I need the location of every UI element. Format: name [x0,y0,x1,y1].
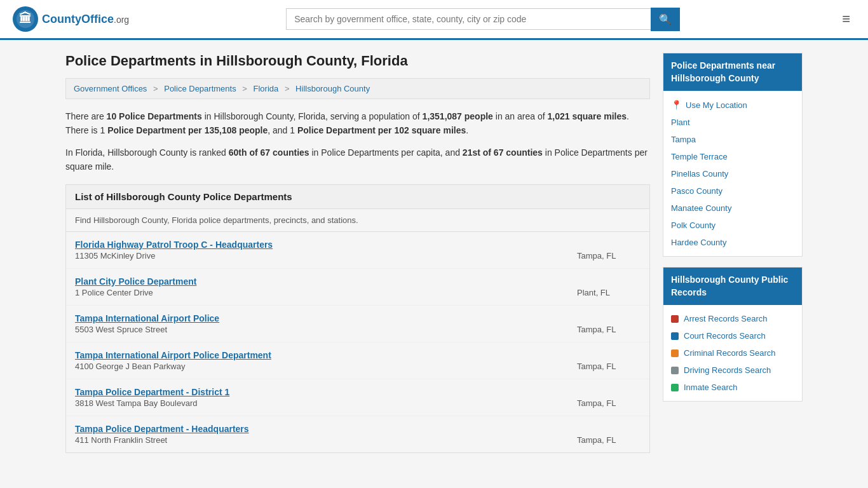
stats-paragraph-1: There are 10 Police Departments in Hills… [65,109,650,138]
records-links-body: Arrest Records SearchCourt Records Searc… [663,305,802,401]
dept-address: 1 Police Center Drive [75,288,153,297]
record-icon [671,384,679,391]
sidebar-item-nearby[interactable]: Temple Terrace [663,148,802,165]
table-row: Tampa Police Department - Headquarters 4… [66,416,649,452]
svg-text:🏛: 🏛 [19,11,32,25]
dept-city: Tampa, FL [577,251,641,261]
breadcrumb-link-county[interactable]: Hillsborough County [295,84,370,93]
department-list-section: List of Hillsborough County Police Depar… [65,184,650,453]
sidebar-item-record[interactable]: Criminal Records Search [663,344,802,362]
use-my-location-label: Use My Location [686,100,747,110]
dept-city: Tampa, FL [577,398,641,408]
breadcrumb-sep-2: > [242,84,247,93]
sidebar-item-nearby[interactable]: Tampa [663,131,802,148]
breadcrumb: Government Offices > Police Departments … [65,78,650,99]
nearby-header: Police Departments near Hillsborough Cou… [663,53,802,91]
search-icon: 🔍 [659,14,672,25]
records-header: Hillsborough County Public Records [663,268,802,305]
dept-address: 411 North Franklin Street [75,435,167,445]
stats-paragraph-2: In Florida, Hillsborough County is ranke… [65,146,650,174]
breadcrumb-link-gov[interactable]: Government Offices [74,84,147,93]
logo-icon: 🏛 [13,6,38,32]
record-link-label: Criminal Records Search [684,348,776,358]
record-icon [671,332,679,340]
record-link-label: Arrest Records Search [684,314,768,323]
nearby-links-body: 📍 Use My Location PlantTampaTemple Terra… [663,91,802,256]
dept-address: 5503 West Spruce Street [75,325,167,334]
dept-address: 11305 McKinley Drive [75,251,155,261]
nearby-city-links: PlantTampaTemple TerracePinellas CountyP… [663,114,802,251]
table-row: Tampa International Airport Police 5503 … [66,306,649,342]
breadcrumb-link-police[interactable]: Police Departments [164,84,236,93]
records-links-list: Arrest Records SearchCourt Records Searc… [663,310,802,396]
record-link-label: Inmate Search [684,383,738,392]
record-icon [671,315,679,323]
dept-city: Tampa, FL [577,435,641,445]
record-link-label: Court Records Search [684,331,766,341]
dept-name-link[interactable]: Tampa Police Department - Headquarters [75,424,641,434]
content-area: Police Departments in Hillsborough Count… [65,53,650,453]
list-section-description: Find Hillsborough County, Florida police… [66,209,649,232]
use-my-location-link[interactable]: 📍 Use My Location [663,96,802,114]
dept-address: 3818 West Tampa Bay Boulevard [75,398,197,408]
sidebar-item-record[interactable]: Inmate Search [663,379,802,396]
dept-city: Plant, FL [577,288,641,297]
main-layout: Police Departments in Hillsborough Count… [53,40,815,466]
dept-address: 4100 George J Bean Parkway [75,362,185,371]
sidebar-item-nearby[interactable]: Manatee County [663,200,802,217]
dept-name-link[interactable]: Plant City Police Department [75,276,641,287]
dept-city: Tampa, FL [577,362,641,371]
sidebar-item-nearby[interactable]: Hardee County [663,234,802,251]
menu-icon[interactable]: ≡ [837,8,855,30]
dept-name-link[interactable]: Tampa Police Department - District 1 [75,387,641,397]
breadcrumb-sep-3: > [285,84,290,93]
breadcrumb-link-florida[interactable]: Florida [254,84,279,93]
list-section-header: List of Hillsborough County Police Depar… [66,185,649,209]
records-box: Hillsborough County Public Records Arres… [663,267,803,402]
logo-text: CountyOffice.org [42,13,129,26]
dept-name-link[interactable]: Florida Highway Patrol Troop C - Headqua… [75,240,641,250]
sidebar: Police Departments near Hillsborough Cou… [663,53,803,453]
breadcrumb-sep-1: > [153,84,158,93]
location-icon: 📍 [671,100,682,110]
sidebar-item-nearby[interactable]: Pinellas County [663,165,802,182]
logo-area: 🏛 CountyOffice.org [13,6,129,32]
nearby-box: Police Departments near Hillsborough Cou… [663,53,803,257]
page-title: Police Departments in Hillsborough Count… [65,53,650,69]
sidebar-item-nearby[interactable]: Plant [663,114,802,131]
dept-city: Tampa, FL [577,325,641,334]
sidebar-item-nearby[interactable]: Polk County [663,217,802,234]
table-row: Tampa International Airport Police Depar… [66,342,649,379]
record-icon [671,367,679,374]
search-input[interactable] [286,8,651,30]
table-row: Florida Highway Patrol Troop C - Headqua… [66,232,649,269]
search-area: 🔍 [286,8,680,31]
sidebar-item-nearby[interactable]: Pasco County [663,182,802,200]
department-list: Florida Highway Patrol Troop C - Headqua… [66,232,649,452]
table-row: Tampa Police Department - District 1 381… [66,379,649,416]
header: 🏛 CountyOffice.org 🔍 ≡ [0,0,868,40]
table-row: Plant City Police Department 1 Police Ce… [66,269,649,306]
record-link-label: Driving Records Search [684,365,771,375]
dept-name-link[interactable]: Tampa International Airport Police Depar… [75,350,641,360]
sidebar-item-record[interactable]: Arrest Records Search [663,310,802,327]
sidebar-item-record[interactable]: Driving Records Search [663,362,802,379]
search-button[interactable]: 🔍 [651,8,680,31]
sidebar-item-record[interactable]: Court Records Search [663,327,802,344]
dept-name-link[interactable]: Tampa International Airport Police [75,313,641,323]
record-icon [671,349,679,357]
